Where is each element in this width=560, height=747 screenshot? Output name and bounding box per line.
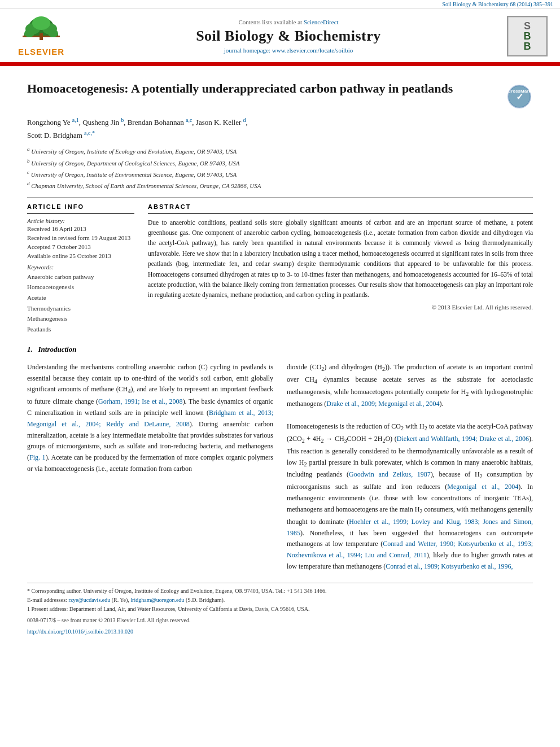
elsevier-wordmark: ELSEVIER bbox=[18, 47, 64, 56]
footnote1: 1 Present address: Department of Land, A… bbox=[27, 605, 533, 614]
email-note: E-mail addresses: rzye@ucdavis.edu (R. Y… bbox=[27, 596, 533, 605]
email1-link[interactable]: rzye@ucdavis.edu bbox=[68, 597, 110, 603]
keyword-2: Homoacetogenesis bbox=[27, 282, 134, 292]
affil-b: University of Oregon, Department of Geol… bbox=[31, 159, 239, 166]
keyword-5: Methanogenesis bbox=[27, 313, 134, 324]
intro-body-cols: Understanding the mechanisms controlling… bbox=[27, 362, 533, 573]
journal-name: Soil Biology & Biochemistry bbox=[72, 28, 505, 45]
svg-text:B: B bbox=[524, 41, 531, 52]
crossmark-svg: ✓ CrossMark bbox=[508, 85, 531, 108]
article-info-title: ARTICLE INFO bbox=[27, 203, 134, 210]
issn-text: 0038-0717/$ – see front matter © 2013 El… bbox=[27, 617, 190, 623]
crossmark-icon: ✓ CrossMark bbox=[508, 85, 531, 108]
affil-d: Chapman University, School of Earth and … bbox=[31, 182, 261, 189]
ref-diekert[interactable]: Diekert and Wohlfarth, 1994; Drake et al… bbox=[397, 435, 529, 443]
abstract-title: ABSTRACT bbox=[148, 203, 533, 210]
journal-title-row: ELSEVIER Contents lists available at Sci… bbox=[0, 9, 560, 62]
svg-text:B: B bbox=[524, 30, 531, 42]
article-info-divider bbox=[27, 213, 134, 214]
section-title-text: Introduction bbox=[38, 345, 77, 353]
journal-logo-right: S B B bbox=[505, 14, 550, 59]
history-label: Article history: bbox=[27, 217, 134, 224]
abstract-text: Due to anaerobic conditions, peatland so… bbox=[148, 217, 533, 300]
ref-conrad1989[interactable]: Conrad et al., 1989; Kotsyurbenko et al.… bbox=[386, 562, 513, 570]
doi-link[interactable]: http://dx.doi.org/10.1016/j.soilbio.2013… bbox=[27, 628, 133, 635]
paper-title-section: Homoacetogenesis: A potentially underapp… bbox=[27, 81, 533, 110]
keywords-list: Anaerobic carbon pathway Homoacetogenesi… bbox=[27, 272, 134, 335]
email2-link[interactable]: lridgham@uoregon.edu bbox=[130, 597, 184, 603]
intro-right-text: dioxide (CO2) and dihydrogen (H2)). The … bbox=[287, 362, 533, 573]
contents-line: Contents lists available at ScienceDirec… bbox=[72, 19, 505, 25]
corresponding-author-note: * Corresponding author. University of Or… bbox=[27, 587, 533, 596]
svg-text:CrossMark: CrossMark bbox=[508, 89, 531, 94]
svg-point-8 bbox=[48, 29, 58, 37]
red-bar bbox=[0, 62, 560, 65]
ref-conrad1990[interactable]: Conrad and Wetter, 1990; Kotsyurbenko et… bbox=[287, 540, 533, 559]
keywords-label: Keywords: bbox=[27, 264, 134, 270]
accepted-date: Accepted 7 October 2013 bbox=[27, 243, 134, 250]
intro-left-text: Understanding the mechanisms controlling… bbox=[27, 362, 273, 475]
affiliations: a University of Oregon, Institute of Eco… bbox=[27, 145, 533, 191]
keyword-6: Peatlands bbox=[27, 324, 134, 335]
ref-bridgham[interactable]: Bridgham et al., 2013; Megonigal et al.,… bbox=[27, 409, 273, 428]
keyword-4: Thermodynamics bbox=[27, 303, 134, 314]
keyword-3: Acetate bbox=[27, 292, 134, 303]
sciencedirect-link[interactable]: ScienceDirect bbox=[304, 19, 339, 25]
ref-goodwin[interactable]: Goodwin and Zeikus, 1987 bbox=[349, 470, 431, 478]
introduction-section: 1. Introduction Understanding the mechan… bbox=[27, 345, 533, 573]
received-date: Received 16 April 2013 bbox=[27, 225, 134, 232]
svg-text:S: S bbox=[524, 20, 531, 32]
authors: Rongzhong Ye a,1, Qusheng Jin b, Brendan… bbox=[27, 116, 533, 142]
svg-point-7 bbox=[24, 29, 34, 37]
journal-homepage: journal homepage: www.elsevier.com/locat… bbox=[72, 47, 505, 54]
journal-header: Soil Biology & Biochemistry 68 (2014) 38… bbox=[0, 0, 560, 66]
doi-line: http://dx.doi.org/10.1016/j.soilbio.2013… bbox=[27, 627, 533, 636]
keyword-1: Anaerobic carbon pathway bbox=[27, 272, 134, 282]
section-heading: 1. Introduction bbox=[27, 345, 533, 354]
article-meta-section: ARTICLE INFO Article history: Received 1… bbox=[27, 203, 533, 335]
abstract-divider bbox=[148, 213, 533, 214]
abstract-body: Due to anaerobic conditions, peatland so… bbox=[148, 219, 533, 299]
journal-id-text: Soil Biology & Biochemistry 68 (2014) 38… bbox=[442, 1, 553, 7]
email2-name: (S.D. Bridgham). bbox=[186, 597, 225, 603]
ref-fig1[interactable]: Fig. 1 bbox=[29, 453, 46, 461]
elsevier-tree-icon bbox=[21, 16, 61, 46]
star-note: * Corresponding author. University of Or… bbox=[27, 588, 327, 594]
abstract-col: ABSTRACT Due to anaerobic conditions, pe… bbox=[148, 203, 533, 335]
ref-drake2009[interactable]: Drake et al., 2009; Megonigal et al., 20… bbox=[326, 400, 439, 408]
ref-megonigal2004[interactable]: Megonigal et al., 2004 bbox=[447, 483, 518, 491]
elsevier-logo: ELSEVIER bbox=[18, 16, 64, 56]
ref-gorham[interactable]: Gorham, 1991; Ise et al., 2008 bbox=[98, 397, 183, 405]
sbb-logo-box: S B B bbox=[507, 16, 548, 56]
article-info-col: ARTICLE INFO Article history: Received 1… bbox=[27, 203, 134, 335]
email-label: E-mail addresses: bbox=[27, 597, 67, 603]
svg-point-4 bbox=[32, 16, 50, 30]
sbb-logo-icon: S B B bbox=[508, 17, 546, 55]
footnote-section: * Corresponding author. University of Or… bbox=[27, 583, 533, 636]
available-date: Available online 25 October 2013 bbox=[27, 252, 134, 259]
intro-right-col: dioxide (CO2) and dihydrogen (H2)). The … bbox=[287, 362, 533, 573]
journal-homepage-url[interactable]: www.elsevier.com/locate/soilbio bbox=[272, 47, 353, 54]
paper-container: Homoacetogenesis: A potentially underapp… bbox=[0, 66, 560, 646]
journal-id-bar: Soil Biology & Biochemistry 68 (2014) 38… bbox=[0, 0, 560, 9]
crossmark-container[interactable]: ✓ CrossMark bbox=[506, 83, 533, 110]
email1-name: (R. Ye), bbox=[112, 597, 129, 603]
copyright-line: © 2013 Elsevier Ltd. All rights reserved… bbox=[148, 304, 533, 311]
affil-c: University of Oregon, Institute of Envir… bbox=[31, 171, 237, 178]
revised-date: Received in revised form 19 August 2013 bbox=[27, 234, 134, 241]
affil-a: University of Oregon, Institute of Ecolo… bbox=[31, 148, 237, 155]
intro-left-col: Understanding the mechanisms controlling… bbox=[27, 362, 273, 573]
section-number: 1. bbox=[27, 345, 33, 353]
header-divider bbox=[27, 197, 533, 198]
paper-title: Homoacetogenesis: A potentially underapp… bbox=[27, 81, 453, 97]
elsevier-logo-container: ELSEVIER bbox=[10, 14, 72, 59]
ref-hoehler[interactable]: Hoehler et al., 1999; Lovley and Klug, 1… bbox=[287, 518, 533, 537]
journal-title-center: Contents lists available at ScienceDirec… bbox=[72, 19, 505, 54]
issn-line: 0038-0717/$ – see front matter © 2013 El… bbox=[27, 616, 533, 625]
